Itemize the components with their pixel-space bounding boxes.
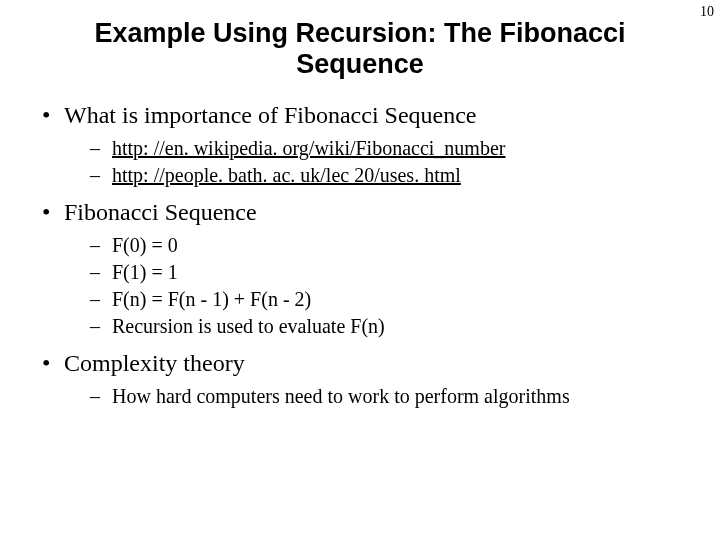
sub-item: F(0) = 0 [88, 232, 692, 259]
sub-list: http: //en. wikipedia. org/wiki/Fibonacc… [64, 135, 692, 189]
bullet-text: Complexity theory [64, 350, 245, 376]
slide-title: Example Using Recursion: The Fibonacci S… [52, 18, 668, 80]
sub-text: How hard computers need to work to perfo… [112, 385, 570, 407]
sub-item: http: //people. bath. ac. uk/lec 20/uses… [88, 162, 692, 189]
sub-item: Recursion is used to evaluate F(n) [88, 313, 692, 340]
sub-item: F(n) = F(n - 1) + F(n - 2) [88, 286, 692, 313]
bullet-item: Complexity theory How hard computers nee… [36, 350, 692, 410]
bullet-item: What is importance of Fibonacci Sequence… [36, 102, 692, 189]
sub-text: F(n) = F(n - 1) + F(n - 2) [112, 288, 311, 310]
sub-item: http: //en. wikipedia. org/wiki/Fibonacc… [88, 135, 692, 162]
bullet-text: Fibonacci Sequence [64, 199, 257, 225]
bullet-item: Fibonacci Sequence F(0) = 0 F(1) = 1 F(n… [36, 199, 692, 340]
sub-item: How hard computers need to work to perfo… [88, 383, 692, 410]
sub-text: Recursion is used to evaluate F(n) [112, 315, 385, 337]
sub-item: F(1) = 1 [88, 259, 692, 286]
bullet-text: What is importance of Fibonacci Sequence [64, 102, 477, 128]
bullet-list: What is importance of Fibonacci Sequence… [28, 102, 692, 410]
link-text: http: //en. wikipedia. org/wiki/Fibonacc… [112, 137, 505, 159]
sub-list: How hard computers need to work to perfo… [64, 383, 692, 410]
page-number: 10 [700, 4, 714, 20]
sub-list: F(0) = 0 F(1) = 1 F(n) = F(n - 1) + F(n … [64, 232, 692, 340]
sub-text: F(0) = 0 [112, 234, 178, 256]
sub-text: F(1) = 1 [112, 261, 178, 283]
link-text: http: //people. bath. ac. uk/lec 20/uses… [112, 164, 461, 186]
